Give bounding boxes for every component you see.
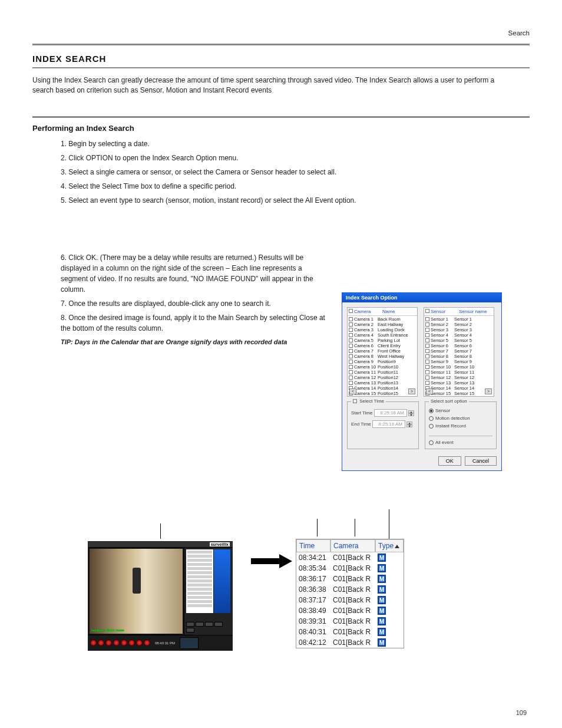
checkbox[interactable] [349, 309, 353, 313]
checkbox[interactable] [349, 328, 353, 332]
checkbox[interactable] [425, 322, 429, 327]
table-row[interactable]: 08:38:49C01[Back RM [296, 605, 404, 616]
checkbox[interactable] [349, 360, 353, 364]
start-time-label: Start Time [351, 410, 372, 416]
checkbox[interactable] [349, 381, 353, 385]
list-item[interactable]: Camera 6Client Entry [349, 343, 416, 348]
divider [32, 116, 530, 118]
step-5: 5. Select an event type to search (senso… [61, 195, 530, 206]
list-item[interactable]: Camera 9Position9 [349, 359, 416, 364]
list-item[interactable]: Camera 13Position13 [349, 380, 416, 386]
sensor-list[interactable]: Sensor Sensor name Sensor 1Sensor 1Senso… [424, 307, 494, 397]
radio-instant[interactable] [429, 424, 434, 429]
checkbox[interactable] [425, 365, 429, 369]
scroll-left-icon[interactable]: < [426, 388, 433, 394]
end-time-field[interactable]: 8:25:18 AM [372, 420, 405, 428]
checkbox[interactable] [349, 365, 353, 369]
col-camera[interactable]: Camera [330, 539, 375, 552]
steps-list-cont: 6. Click OK. (There may be a delay while… [32, 249, 327, 351]
checkbox[interactable] [425, 317, 429, 321]
col-type[interactable]: Type [375, 539, 404, 552]
list-item[interactable]: Camera 16Position16 [349, 396, 416, 397]
radio-sensor[interactable] [429, 409, 434, 413]
table-row[interactable]: 08:36:17C01[Back RM [296, 574, 404, 584]
scroll-right-icon[interactable]: > [408, 388, 415, 394]
list-item[interactable]: Sensor 1Sensor 1 [425, 317, 492, 322]
results-table[interactable]: Time Camera Type 08:34:21C01[Back RM08:3… [296, 539, 404, 648]
list-item[interactable]: Sensor 9Sensor 9 [425, 359, 492, 364]
ok-button[interactable]: OK [438, 456, 461, 466]
table-row[interactable]: 08:36:38C01[Back RM [296, 584, 404, 595]
list-item[interactable]: Sensor 4Sensor 4 [425, 332, 492, 338]
list-item[interactable]: Camera 2East Hallway [349, 322, 416, 327]
list-item[interactable]: Sensor 7Sensor 7 [425, 348, 492, 354]
step-4: 4. Select the Select Time box to define … [61, 181, 530, 192]
camera-list[interactable]: Camera Name Camera 1Back RoomCamera 2Eas… [347, 307, 418, 397]
list-item[interactable]: Sensor 11Sensor 11 [425, 370, 492, 375]
list-item[interactable]: Sensor 3Sensor 3 [425, 327, 492, 332]
list-item[interactable]: Camera 10Position10 [349, 364, 416, 370]
spinner[interactable]: ▲▼ [406, 421, 412, 427]
spinner[interactable]: ▲▼ [408, 410, 414, 416]
checkbox[interactable] [425, 370, 429, 374]
scroll-right-icon[interactable]: > [485, 388, 492, 394]
radio-sensor-label: Sensor [435, 408, 450, 413]
checkbox[interactable] [425, 381, 429, 385]
checkbox[interactable] [349, 344, 353, 348]
col-sensor-name[interactable]: Sensor name [459, 309, 492, 314]
checkbox[interactable] [425, 338, 429, 342]
col-sensor[interactable]: Sensor [431, 309, 459, 314]
motion-icon: M [378, 585, 386, 594]
table-row[interactable]: 08:37:17C01[Back RM [296, 595, 404, 605]
list-item[interactable]: Sensor 12Sensor 12 [425, 375, 492, 380]
checkbox[interactable] [349, 370, 353, 374]
checkbox[interactable] [425, 375, 429, 380]
table-row[interactable]: 08:34:21C01[Back RM [296, 552, 404, 563]
list-item[interactable]: Camera 12Position12 [349, 375, 416, 380]
list-item[interactable]: Sensor 5Sensor 5 [425, 338, 492, 343]
list-item[interactable]: Sensor 6Sensor 6 [425, 343, 492, 348]
table-row[interactable]: 08:35:34C01[Back RM [296, 563, 404, 574]
col-name[interactable]: Name [382, 309, 416, 314]
checkbox[interactable] [349, 354, 353, 358]
table-row[interactable]: 08:42:12C01[Back RM [296, 637, 404, 648]
checkbox[interactable] [425, 344, 429, 348]
checkbox[interactable] [425, 360, 429, 364]
list-item[interactable]: Camera 4South Entrance [349, 332, 416, 338]
list-item[interactable]: Sensor 16Sensor 16 [425, 396, 492, 397]
scroll-left-icon[interactable]: < [349, 388, 356, 394]
col-time[interactable]: Time [296, 539, 330, 552]
list-item[interactable]: Camera 5Parking Lot [349, 338, 416, 343]
checkbox[interactable] [349, 349, 353, 353]
checkbox[interactable] [349, 322, 353, 327]
checkbox[interactable] [349, 338, 353, 342]
list-item[interactable]: Camera 11Position11 [349, 370, 416, 375]
checkbox[interactable] [425, 354, 429, 358]
cancel-button[interactable]: Cancel [465, 456, 497, 466]
thumb-tick [160, 523, 161, 539]
checkbox[interactable] [425, 349, 429, 353]
checkbox[interactable] [425, 309, 429, 313]
checkbox[interactable] [349, 317, 353, 321]
checkbox[interactable] [425, 328, 429, 332]
radio-all-label: All event [435, 440, 454, 445]
checkbox[interactable] [349, 333, 353, 337]
list-item[interactable]: Camera 8West Hallway [349, 354, 416, 359]
list-item[interactable]: Sensor 2Sensor 2 [425, 322, 492, 327]
select-time-checkbox[interactable] [353, 399, 357, 403]
checkbox[interactable] [425, 333, 429, 337]
list-item[interactable]: Camera 7Front Office [349, 348, 416, 354]
start-time-field[interactable]: 8:25:18 AM [374, 409, 407, 417]
table-row[interactable]: 08:39:31C01[Back RM [296, 616, 404, 627]
list-item[interactable]: Sensor 13Sensor 13 [425, 380, 492, 386]
radio-motion[interactable] [429, 416, 434, 421]
radio-all-event[interactable] [429, 440, 434, 445]
list-item[interactable]: Sensor 8Sensor 8 [425, 354, 492, 359]
checkbox[interactable] [349, 375, 353, 380]
table-row[interactable]: 08:40:31C01[Back RM [296, 627, 404, 637]
list-item[interactable]: Camera 3Loading Dock [349, 327, 416, 332]
col-camera[interactable]: Camera [354, 309, 382, 314]
list-item[interactable]: Sensor 10Sensor 10 [425, 364, 492, 370]
search-screen-thumbnail: surveillix location Back room 08:40:31 P [88, 541, 233, 651]
list-item[interactable]: Camera 1Back Room [349, 317, 416, 322]
